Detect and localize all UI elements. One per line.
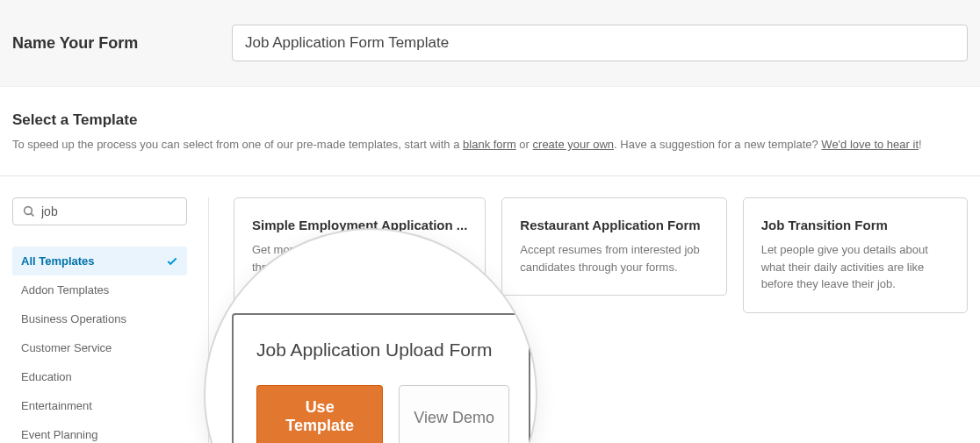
template-card-job-transition[interactable]: Job Transition Form Let people give you … [743, 197, 968, 313]
sidebar-item-event-planning[interactable]: Event Planning [12, 420, 187, 443]
template-card-restaurant-application[interactable]: Restaurant Application Form Accept resum… [501, 197, 726, 296]
sidebar-item-label: Event Planning [21, 428, 97, 441]
check-icon [166, 255, 178, 268]
magnified-button-row: Use Template View Demo [256, 385, 509, 443]
sidebar-item-label: Addon Templates [21, 283, 109, 297]
desc-text: ! [919, 138, 922, 151]
magnified-template-title: Job Application Upload Form [256, 339, 509, 361]
feedback-link[interactable]: We'd love to hear it [821, 138, 919, 151]
svg-line-1 [31, 213, 33, 216]
name-form-section: Name Your Form [0, 0, 980, 87]
sidebar-item-label: All Templates [21, 254, 95, 268]
form-name-input[interactable] [232, 25, 968, 61]
use-template-button[interactable]: Use Template [256, 385, 383, 443]
magnifier-content: Job Application Upload Form Use Template… [205, 313, 536, 443]
search-icon [22, 204, 36, 218]
name-form-label: Name Your Form [12, 34, 232, 53]
create-your-own-link[interactable]: create your own [533, 138, 615, 151]
sidebar-item-label: Business Operations [21, 312, 126, 325]
sidebar-item-label: Customer Service [21, 341, 112, 354]
view-demo-button[interactable]: View Demo [399, 385, 509, 443]
category-list: All Templates Addon Templates Business O… [12, 247, 187, 443]
magnified-template-card: Job Application Upload Form Use Template… [232, 313, 530, 443]
sidebar-item-education[interactable]: Education [12, 362, 187, 391]
desc-text: To speed up the process you can select f… [12, 138, 463, 151]
sidebar-item-addon-templates[interactable]: Addon Templates [12, 275, 187, 304]
sidebar-item-all-templates[interactable]: All Templates [12, 247, 187, 275]
sidebar-item-entertainment[interactable]: Entertainment [12, 391, 187, 420]
select-template-section: Select a Template To speed up the proces… [0, 87, 980, 151]
select-template-description: To speed up the process you can select f… [12, 138, 968, 151]
template-title: Restaurant Application Form [520, 218, 708, 232]
template-title: Job Transition Form [761, 218, 949, 232]
template-description: Accept resumes from interested job candi… [520, 241, 708, 275]
sidebar-item-business-operations[interactable]: Business Operations [12, 304, 187, 333]
select-template-title: Select a Template [12, 111, 968, 129]
sidebar-item-label: Entertainment [21, 399, 92, 412]
sidebar: All Templates Addon Templates Business O… [12, 197, 209, 443]
desc-text: or [516, 138, 533, 151]
svg-point-0 [25, 207, 32, 215]
template-description: Let people give you details about what t… [761, 241, 949, 293]
sidebar-item-customer-service[interactable]: Customer Service [12, 333, 187, 362]
blank-form-link[interactable]: blank form [463, 138, 516, 151]
search-box[interactable] [12, 197, 187, 225]
desc-text: . Have a suggestion for a new template? [614, 138, 821, 151]
search-input[interactable] [41, 204, 177, 218]
sidebar-item-label: Education [21, 370, 72, 383]
